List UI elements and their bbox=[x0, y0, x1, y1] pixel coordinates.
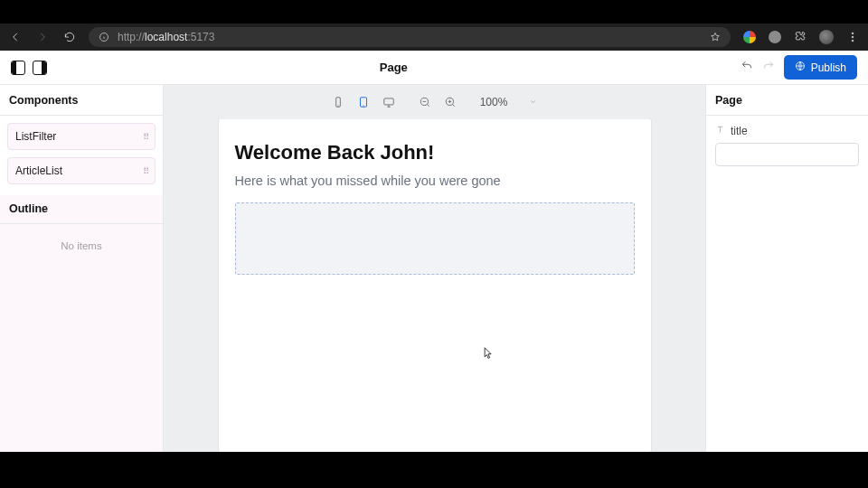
browser-toolbar: http://localhost:5173 bbox=[0, 23, 868, 51]
components-header: Components bbox=[0, 85, 163, 116]
component-label: ArticleList bbox=[15, 164, 62, 177]
svg-point-2 bbox=[852, 36, 854, 38]
text-type-icon bbox=[715, 125, 725, 137]
star-icon[interactable] bbox=[709, 31, 722, 43]
reload-icon[interactable] bbox=[63, 31, 76, 43]
device-desktop-icon[interactable] bbox=[382, 96, 395, 108]
undo-icon[interactable] bbox=[741, 60, 753, 76]
url-port: :5173 bbox=[187, 31, 214, 43]
toggle-left-panel-icon[interactable] bbox=[11, 61, 25, 75]
svg-point-1 bbox=[852, 33, 854, 34]
zoom-select[interactable]: 100% bbox=[480, 96, 538, 108]
properties-header: Page bbox=[706, 85, 868, 116]
profile-avatar[interactable] bbox=[819, 30, 834, 44]
drag-handle-icon[interactable]: ⠿ bbox=[143, 132, 147, 142]
zoom-out-icon[interactable] bbox=[419, 96, 431, 108]
url-prefix: http:// bbox=[118, 31, 145, 43]
page-heading: Welcome Back John! bbox=[235, 141, 635, 164]
forward-icon[interactable] bbox=[36, 31, 49, 43]
title-input[interactable] bbox=[715, 143, 859, 166]
drag-handle-icon[interactable]: ⠿ bbox=[143, 166, 147, 176]
svg-point-3 bbox=[852, 40, 854, 42]
zoom-in-icon[interactable] bbox=[444, 96, 457, 108]
components-list: ListFilter ⠿ ArticleList ⠿ bbox=[0, 116, 163, 192]
outline-empty-text: No items bbox=[61, 240, 101, 452]
left-panel: Components ListFilter ⠿ ArticleList ⠿ Ou… bbox=[0, 85, 164, 452]
publish-label: Publish bbox=[811, 61, 846, 74]
outline-empty-state: No items bbox=[0, 224, 163, 452]
browser-tabstrip bbox=[0, 0, 868, 23]
redo-icon[interactable] bbox=[762, 60, 775, 76]
chevron-down-icon bbox=[529, 96, 537, 108]
page-canvas[interactable]: Welcome Back John! Here is what you miss… bbox=[219, 119, 651, 452]
app-topbar: Page Publish bbox=[0, 51, 868, 85]
device-mobile-icon[interactable] bbox=[332, 96, 344, 108]
zoom-value: 100% bbox=[480, 96, 508, 108]
extension-icon[interactable] bbox=[769, 31, 781, 43]
globe-icon bbox=[795, 61, 806, 74]
app-root: Page Publish Components ListFilter ⠿ Art bbox=[0, 51, 868, 452]
back-icon[interactable] bbox=[9, 31, 22, 43]
right-panel: Page title bbox=[705, 85, 868, 452]
component-item-listfilter[interactable]: ListFilter ⠿ bbox=[7, 123, 156, 150]
page-subheading: Here is what you missed while you were g… bbox=[235, 174, 635, 188]
svg-rect-7 bbox=[383, 99, 393, 105]
letterbox-bottom bbox=[0, 452, 868, 488]
component-item-articlelist[interactable]: ArticleList ⠿ bbox=[7, 157, 156, 184]
outline-header: Outline bbox=[0, 193, 163, 224]
slot-dropzone[interactable] bbox=[235, 202, 635, 275]
url-host: localhost bbox=[145, 31, 187, 43]
kebab-menu-icon[interactable] bbox=[846, 31, 859, 43]
prop-label: title bbox=[731, 125, 748, 137]
info-icon bbox=[98, 31, 110, 43]
canvas-toolbar: 100% bbox=[164, 85, 705, 119]
browser-chrome: http://localhost:5173 bbox=[0, 0, 868, 51]
prop-label-row: title bbox=[715, 125, 859, 137]
component-label: ListFilter bbox=[15, 130, 56, 143]
address-bar[interactable]: http://localhost:5173 bbox=[89, 27, 731, 47]
canvas-area: 100% Welcome Back John! Here is what you… bbox=[164, 85, 705, 452]
url-text: http://localhost:5173 bbox=[118, 31, 214, 43]
toggle-right-panel-icon[interactable] bbox=[33, 61, 47, 75]
extensions-puzzle-icon[interactable] bbox=[794, 31, 807, 43]
device-tablet-icon[interactable] bbox=[357, 96, 370, 108]
page-name-label: Page bbox=[380, 61, 408, 74]
publish-button[interactable]: Publish bbox=[784, 55, 857, 80]
chrome-apps-icon[interactable] bbox=[743, 31, 756, 43]
